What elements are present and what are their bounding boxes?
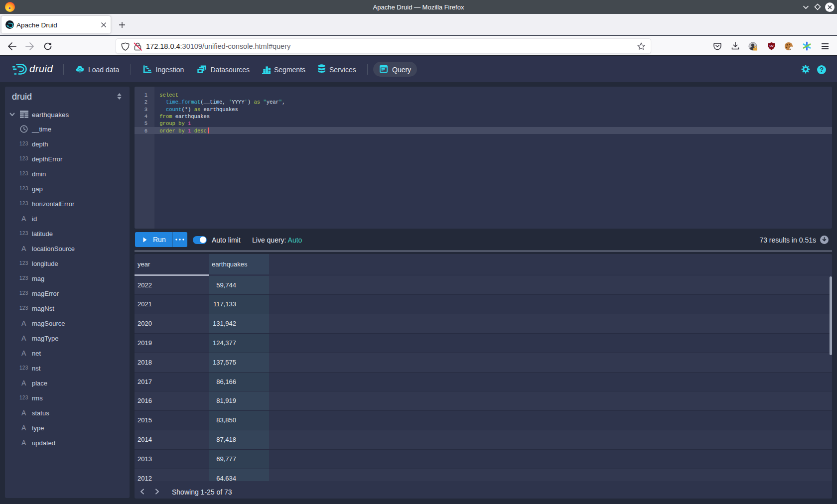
svg-text:UO: UO	[769, 44, 774, 47]
